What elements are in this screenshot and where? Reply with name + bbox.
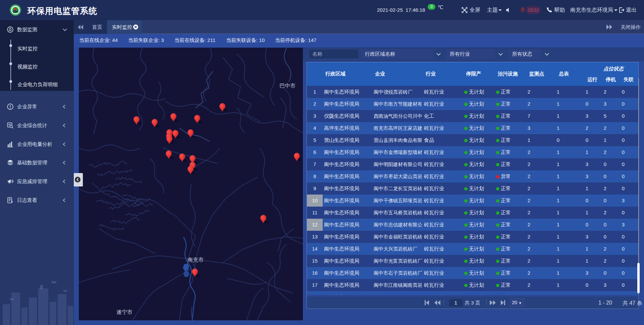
svg-text:遂宁市: 遂宁市	[116, 309, 132, 315]
svg-text:巴中市: 巴中市	[279, 83, 296, 89]
svg-text:南充市: 南充市	[187, 257, 204, 263]
